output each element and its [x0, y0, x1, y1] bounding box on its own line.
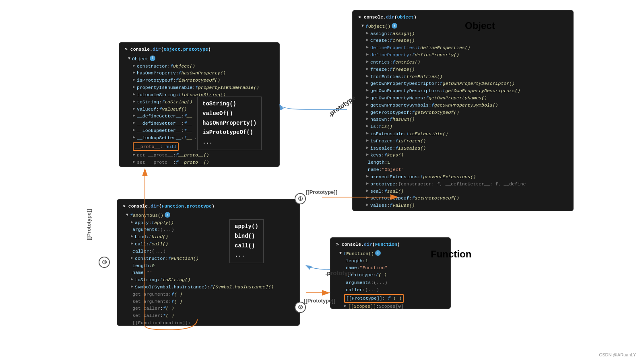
info-icon-3: i — [165, 212, 170, 218]
tooltip-object-methods: toString()valueOf()hasOwnProperty()isPro… — [197, 97, 262, 150]
tooltip-function-methods: apply()bind()call()... — [229, 219, 264, 263]
panel-prompt: > console.dir(Object.prototype) — [123, 46, 275, 53]
info-icon-4: i — [375, 250, 381, 256]
function-section-title: Function — [431, 249, 471, 260]
object-fn-root: ▼ f Object() i — [357, 23, 569, 30]
get-proto-row: ▶ get __proto__: f __proto__() — [123, 152, 275, 159]
function-prototype-panel: > console.dir(Function.prototype) ▼ f an… — [117, 199, 300, 326]
object-root: ▼ Object i — [123, 56, 275, 63]
object-panel: > console.dir(Object) ▼ f Object() i ▶as… — [352, 10, 574, 211]
prototype-label-3: [[Prototype]] — [86, 209, 92, 241]
fp-prompt: > console.dir(Function.prototype) — [121, 203, 295, 210]
constructor-row: ▶ constructor: f Object() — [123, 63, 275, 70]
isprototypeof-row: ▶ isPrototypeOf: f isPrototypeOf() — [123, 77, 275, 84]
prototype-label-obj: [[Prototype]] — [306, 189, 337, 195]
object-section-title: Object — [465, 20, 495, 31]
set-proto-row: ▶ set __proto__: f __proto__() — [123, 159, 275, 166]
circle-num-3: ③ — [99, 257, 110, 268]
hasownproperty-row: ▶ hasOwnProperty: f hasOwnProperty() — [123, 70, 275, 77]
watermark: CSDN @ARuanLY — [599, 352, 636, 357]
info-icon: i — [150, 56, 155, 61]
prototype-label-fn: [[Prototype]] — [304, 298, 335, 304]
prototype-label-2: .prototype — [325, 269, 355, 276]
info-icon-2: i — [392, 23, 397, 29]
circle-num-1: ① — [295, 193, 306, 204]
propertyisenumerable-row: ▶ propertyIsEnumerable: f propertyIsEnum… — [123, 84, 275, 91]
object-panel-prompt: > console.dir(Object) — [357, 14, 569, 21]
fn-prompt: > console.dir(Function) — [334, 241, 446, 248]
